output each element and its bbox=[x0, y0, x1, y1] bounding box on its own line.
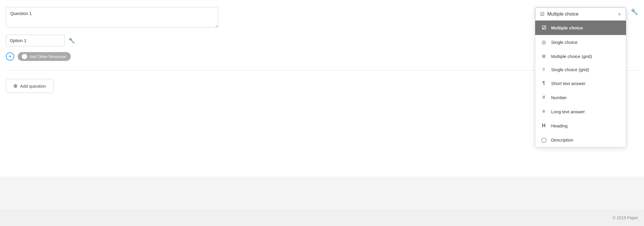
chevron-up-icon: ∧ bbox=[618, 12, 621, 16]
dropdown-item-single-choice[interactable]: ◎ Single choice bbox=[535, 35, 626, 49]
dropdown-item-multiple-choice[interactable]: ☑ Multiple choice bbox=[535, 21, 626, 35]
number-icon: # bbox=[540, 94, 547, 100]
single-choice-grid-label: Single choice (grid) bbox=[551, 67, 589, 72]
dropdown-item-number[interactable]: # Number bbox=[535, 90, 626, 104]
dropdown-item-heading[interactable]: H Heading bbox=[535, 119, 626, 133]
add-other-label: Add 'Other Response' bbox=[29, 54, 67, 59]
question-input[interactable] bbox=[6, 7, 218, 28]
add-option-button[interactable]: + bbox=[6, 52, 14, 61]
add-question-plus-icon: ⊕ bbox=[13, 83, 18, 89]
add-other-toggle[interactable]: Add 'Other Response' bbox=[18, 52, 71, 61]
multiple-choice-icon: ☑ bbox=[540, 25, 547, 31]
dropdown-trigger[interactable]: ☑ Multiple choice ∧ bbox=[535, 7, 626, 21]
multiple-choice-grid-icon: ⊞ bbox=[540, 54, 547, 59]
heading-label: Heading bbox=[551, 123, 568, 128]
multiple-choice-label: Multiple choice bbox=[551, 25, 583, 30]
short-text-label: Short text answer bbox=[551, 81, 586, 86]
dropdown-selected-label: Multiple choice bbox=[547, 11, 579, 17]
option-input[interactable] bbox=[6, 35, 65, 46]
single-choice-label: Single choice bbox=[551, 40, 577, 45]
toggle-circle bbox=[22, 54, 27, 59]
description-label: Description bbox=[551, 137, 573, 142]
long-text-icon: ≡ bbox=[540, 109, 547, 114]
long-text-label: Long text answer bbox=[551, 109, 585, 114]
single-choice-grid-icon: ⠿ bbox=[540, 67, 547, 72]
option-settings-icon[interactable]: 🔧 bbox=[68, 37, 75, 44]
add-question-label: Add question bbox=[20, 84, 46, 89]
number-label: Number bbox=[551, 95, 567, 100]
footer: © 2019 Paper bbox=[0, 210, 644, 226]
page-settings-icon[interactable]: 🔧 bbox=[631, 8, 638, 15]
add-question-button[interactable]: ⊕ Add question bbox=[6, 79, 53, 93]
dropdown-selected-icon: ☑ bbox=[540, 11, 544, 17]
dropdown-item-description[interactable]: ◯ Description bbox=[535, 133, 626, 147]
short-text-icon: ¶ bbox=[540, 80, 547, 86]
multiple-choice-grid-label: Multiple choice (grid) bbox=[551, 54, 592, 59]
question-type-dropdown: ☑ Multiple choice ∧ ☑ Multiple choice ◎ … bbox=[535, 7, 626, 147]
dropdown-item-long-text[interactable]: ≡ Long text answer bbox=[535, 104, 626, 119]
footer-text: © 2019 Paper bbox=[612, 215, 638, 220]
heading-icon: H bbox=[540, 123, 547, 129]
dropdown-item-single-choice-grid[interactable]: ⠿ Single choice (grid) bbox=[535, 63, 626, 76]
description-icon: ◯ bbox=[540, 137, 547, 143]
dropdown-item-short-text[interactable]: ¶ Short text answer bbox=[535, 76, 626, 90]
dropdown-item-multiple-choice-grid[interactable]: ⊞ Multiple choice (grid) bbox=[535, 49, 626, 63]
single-choice-icon: ◎ bbox=[540, 39, 547, 45]
